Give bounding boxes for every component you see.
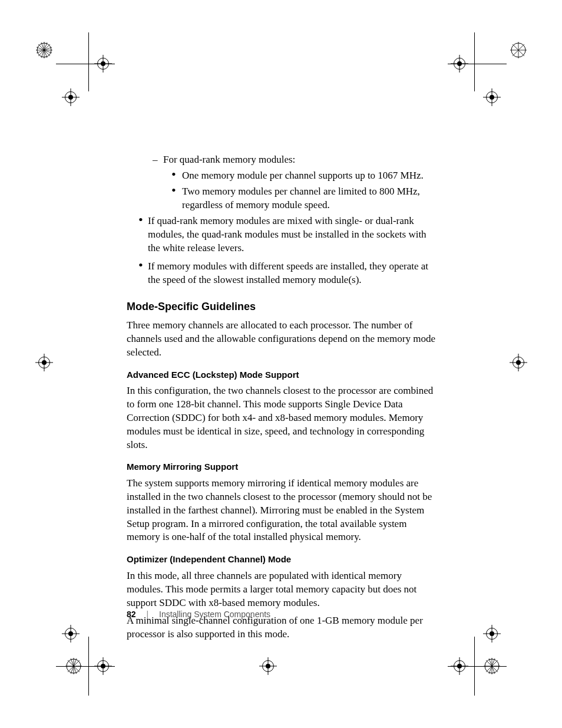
svg-line-6 [41,42,47,58]
body-text: Three memory channels are allocated to e… [127,319,439,360]
svg-line-5 [41,42,47,58]
list-item: • One memory module per channel supports… [127,169,439,183]
svg-line-7 [37,47,52,53]
heading-advanced-ecc: Advanced ECC (Lockstep) Mode Support [127,369,439,381]
dash-marker-icon: – [153,153,158,167]
body-text: Two memory modules per channel are limit… [182,186,420,210]
body-text: For quad-rank memory modules: [163,154,295,165]
crop-line-icon [88,32,89,91]
page-container: – For quad-rank memory modules: • One me… [0,0,562,728]
bullet-marker-icon: • [138,260,143,270]
svg-line-8 [37,47,52,53]
register-mark-icon [483,88,501,106]
body-text: If memory modules with different speeds … [148,261,428,285]
svg-line-13 [513,44,524,56]
register-mark-icon [35,354,53,371]
heading-mode-specific: Mode-Specific Guidelines [127,299,439,314]
svg-line-12 [513,44,524,56]
register-mark-icon [483,625,501,643]
body-text: One memory module per channel supports u… [182,170,424,181]
heading-optimizer-mode: Optimizer (Independent Channel) Mode [127,554,439,565]
divider-icon: | [146,610,148,619]
list-item: • Two memory modules per channel are lim… [127,185,439,212]
page-footer: 82 | Installing System Components [127,610,270,619]
page-number: 82 [127,610,136,619]
bullet-marker-icon: • [171,185,176,195]
register-mark-icon [259,657,277,675]
register-mark-icon [62,625,80,643]
heading-memory-mirroring: Memory Mirroring Support [127,461,439,473]
svg-point-9 [511,43,525,57]
svg-line-4 [38,44,50,56]
svg-line-3 [38,44,50,56]
list-item: • If memory modules with different speed… [127,260,439,287]
bullet-marker-icon: • [171,169,176,179]
section-title: Installing System Components [159,610,270,619]
crop-line-icon [474,32,475,91]
list-item: – For quad-rank memory modules: [127,153,439,167]
body-text: The system supports memory mirroring if … [127,477,439,545]
body-text: In this mode, all three channels are pop… [127,569,439,610]
bullet-marker-icon: • [138,215,143,225]
body-text: If quad-rank memory modules are mixed wi… [148,215,427,253]
crop-line-icon [448,64,507,64]
content-area: – For quad-rank memory modules: • One me… [127,153,439,646]
svg-point-0 [37,43,51,57]
register-mark-icon [510,354,527,371]
crop-line-icon [56,64,115,64]
list-item: • If quad-rank memory modules are mixed … [127,215,439,255]
crop-line-icon [448,666,507,667]
body-text: In this configuration, the two channels … [127,384,439,452]
register-mark-icon [62,88,80,106]
crop-line-icon [56,666,115,667]
